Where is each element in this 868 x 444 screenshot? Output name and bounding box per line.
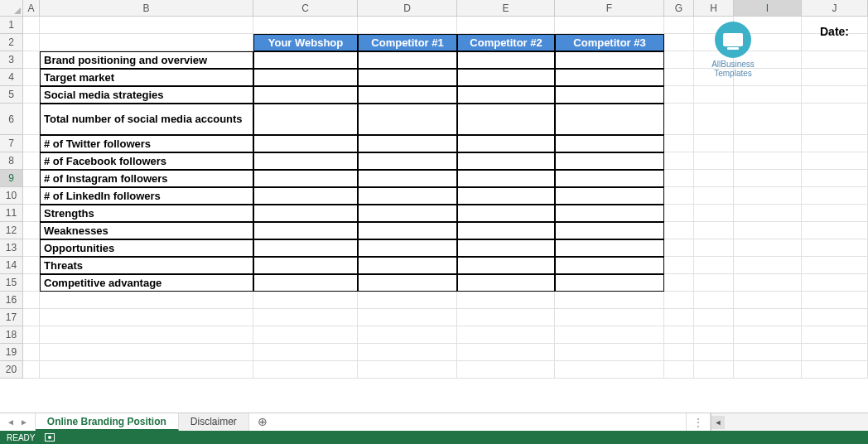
cell[interactable]: # of LinkedIn followers (40, 187, 253, 205)
cell[interactable]: Competitor #2 (457, 34, 555, 51)
cell[interactable] (358, 69, 457, 86)
cell[interactable] (555, 69, 664, 86)
cell[interactable] (734, 326, 802, 344)
cell[interactable] (358, 274, 457, 292)
cell[interactable] (253, 187, 358, 205)
cell[interactable] (802, 222, 868, 239)
cell[interactable] (253, 135, 358, 152)
cell[interactable] (694, 239, 734, 257)
cell[interactable] (555, 309, 664, 326)
cell[interactable] (694, 205, 734, 222)
row-header[interactable]: 20 (0, 361, 23, 379)
cell[interactable] (664, 222, 694, 239)
cell[interactable] (358, 326, 457, 344)
tab-disclaimer[interactable]: Disclaimer (179, 413, 249, 431)
cell[interactable] (664, 344, 694, 361)
cell[interactable] (358, 51, 457, 69)
cell[interactable] (664, 292, 694, 309)
cell[interactable] (555, 135, 664, 152)
cell[interactable] (358, 104, 457, 135)
cell[interactable] (457, 69, 555, 86)
cell[interactable] (40, 17, 253, 34)
cell[interactable] (734, 205, 802, 222)
cell[interactable] (555, 257, 664, 274)
col-header-E[interactable]: E (457, 0, 555, 16)
row-header[interactable]: 18 (0, 326, 23, 344)
row-header[interactable]: 11 (0, 205, 23, 222)
cell[interactable] (40, 292, 253, 309)
cell[interactable] (664, 274, 694, 292)
cell[interactable] (40, 309, 253, 326)
select-all-corner[interactable] (0, 0, 23, 17)
cell[interactable] (23, 309, 40, 326)
cell[interactable] (253, 239, 358, 257)
cell[interactable] (802, 69, 868, 86)
cell[interactable] (358, 205, 457, 222)
cell[interactable]: Competitor #3 (555, 34, 664, 51)
tab-online-branding[interactable]: Online Branding Position (36, 413, 179, 431)
cell[interactable] (664, 51, 694, 69)
cell[interactable] (23, 239, 40, 257)
cell[interactable]: # of Facebook followers (40, 152, 253, 170)
cell[interactable] (23, 51, 40, 69)
cell[interactable] (694, 135, 734, 152)
cell[interactable] (457, 152, 555, 170)
cell[interactable] (358, 344, 457, 361)
cell[interactable] (664, 205, 694, 222)
cell[interactable] (457, 344, 555, 361)
cell[interactable] (734, 104, 802, 135)
cell[interactable] (23, 170, 40, 187)
cell[interactable] (555, 361, 664, 379)
cell[interactable] (664, 361, 694, 379)
row-header[interactable]: 9 (0, 170, 23, 187)
cell[interactable] (694, 222, 734, 239)
cell[interactable] (555, 170, 664, 187)
cell[interactable] (664, 135, 694, 152)
tab-nav-arrows[interactable]: ◄ ► (0, 413, 36, 431)
tab-prev-icon[interactable]: ◄ (7, 417, 15, 427)
cell[interactable] (358, 152, 457, 170)
cell[interactable] (555, 344, 664, 361)
cell[interactable] (358, 222, 457, 239)
cell[interactable]: Brand positioning and overview (40, 51, 253, 69)
cell[interactable]: # of Instagram followers (40, 170, 253, 187)
row-header[interactable]: 15 (0, 274, 23, 292)
cell[interactable] (555, 274, 664, 292)
col-header-G[interactable]: G (664, 0, 694, 16)
col-header-B[interactable]: B (40, 0, 253, 16)
cell[interactable] (23, 205, 40, 222)
row-header[interactable]: 4 (0, 69, 23, 86)
add-sheet-button[interactable]: ⊕ (249, 413, 276, 431)
cell[interactable] (802, 361, 868, 379)
cell[interactable] (253, 104, 358, 135)
cell[interactable] (23, 104, 40, 135)
cell[interactable] (555, 152, 664, 170)
cell[interactable] (802, 344, 868, 361)
cell[interactable] (253, 51, 358, 69)
cell[interactable] (457, 326, 555, 344)
cell[interactable]: Your Webshop (253, 34, 358, 51)
row-header[interactable]: 3 (0, 51, 23, 69)
cell[interactable] (664, 257, 694, 274)
cell[interactable] (734, 257, 802, 274)
cell[interactable] (23, 344, 40, 361)
cell[interactable] (802, 170, 868, 187)
cell[interactable] (358, 361, 457, 379)
row-header[interactable]: 13 (0, 239, 23, 257)
cell[interactable]: Strengths (40, 205, 253, 222)
col-header-H[interactable]: H (694, 0, 734, 16)
cell[interactable] (734, 222, 802, 239)
cell[interactable] (802, 257, 868, 274)
cell[interactable] (694, 187, 734, 205)
col-header-J[interactable]: J (802, 0, 868, 16)
cell[interactable]: Total number of social media accounts (40, 104, 253, 135)
scroll-left-icon[interactable]: ◄ (711, 416, 725, 429)
cell[interactable] (358, 309, 457, 326)
cell[interactable] (664, 152, 694, 170)
cell[interactable] (664, 104, 694, 135)
cell[interactable]: Social media strategies (40, 86, 253, 104)
cell[interactable] (457, 170, 555, 187)
cell[interactable] (555, 17, 664, 34)
cell[interactable] (253, 344, 358, 361)
cell[interactable] (253, 274, 358, 292)
